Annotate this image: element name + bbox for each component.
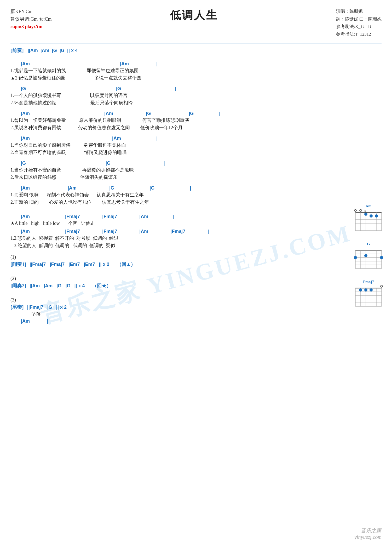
header-divider [10,43,382,43]
outro-section: (3) [尾奏] ||Fmaj7 |G || x 2 坠落 |Am | [10,296,382,324]
capo-info: capo:3 play:Am [10,23,52,31]
interlude2-num: (2) [10,275,382,282]
v1b2-chords: |G |G | [10,85,382,92]
suggested-key: 建议男调:Gm 女:Cm [10,15,52,23]
svg-point-30 [354,256,357,259]
outro-label: [尾奏] [10,304,24,311]
svg-point-17 [375,214,378,218]
interlude2-section: (2) [间奏2] ||Am |Am |G |G || x 4 （回★） [10,275,382,289]
outro-chords: ||Fmaj7 |G || x 2 [26,304,67,311]
v1b1-chords: |Am |Am | [10,61,382,67]
svg-point-31 [364,254,367,257]
v1b2-lyric2: 2.怀念是抽他抽过的烟最后只落个同病相怜 [10,99,382,107]
chorus-lyric2: 1.2.悲伤的人 紧握着 解不开的 对号锁 低调的 经过 [10,235,382,242]
intro-section: [前奏] ||Am |Am |G |G || x 4 [10,47,382,54]
fmaj7-diagram: Fmaj7 [353,280,384,308]
interlude2-label: [间奏2] [10,282,26,289]
header-right: 演唱：陈珊妮 詞：陈珊妮 曲：陈珊妮 参考刷法:X_↑↓↑↑↓ 参考指法:T_1… [336,8,382,38]
svg-point-45 [381,285,383,287]
svg-text:x: x [364,209,366,212]
v1b5-chords: |G |G | [10,160,382,167]
svg-point-46 [359,288,362,292]
header-center: 低调人生 [52,8,336,22]
v1b5-lyric1: 1.当你开始有不安的自觉再温暖的拥抱都不是滋味 [10,167,382,174]
intro-label: [前奏] [10,47,24,54]
performer: 演唱：陈珊妮 [336,8,382,15]
g-svg [353,246,384,270]
chord-diagrams: Am x [353,204,384,313]
am-svg: x [353,208,384,232]
svg-point-15 [364,213,367,216]
am-diagram: Am x [353,204,384,232]
v1b1-lyric2: ▲2.记忆是被辞彙框住的圈多说一点就失去整个圆 [10,75,382,82]
intro-chords: ||Am |Am |G |G || x 4 [26,47,78,54]
verse1-block5: |G |G | 1.当你开始有不安的自觉再温暖的拥抱都不是滋味 2.后来日以继夜… [10,160,382,181]
strum-pattern: 参考刷法:X_↑↓↑↑↓ [336,23,382,31]
svg-point-48 [370,288,373,292]
svg-point-13 [360,209,362,212]
v1b2-lyric1: 1.一个人的孤独缓慢书写以极度封闭的语言 [10,92,382,99]
v1b4-chords: |Am |Am | [10,135,382,142]
v1b4-lyric2: 2.当青春期不可言喻的雀跃悄悄又爬进你的睡眠 [10,149,382,156]
original-key: 原KEY:Cm [10,8,52,15]
verse1-block3: |Am |Am |G |G | 1.曾以为一切美好都属免费原来廉价的只剩眼泪何苦… [10,110,382,132]
svg-point-12 [354,209,356,212]
svg-point-32 [380,256,383,259]
svg-point-47 [364,288,367,292]
interlude1-num: (1) [10,254,382,261]
verse1-block6: |Am |Am |G |G | 1.而爱啊 恨啊深刻不代表心神领会认真思考关于有… [10,185,382,206]
v1b1-lyric1: 1.忧郁是一下笔就倾斜的线即便留神也难导正的氛围 [10,67,382,75]
v1b3-chords: |Am |Am |G |G | [10,110,382,117]
page: 音乐之家 YINGUEZJ.COM 原KEY:Cm 建议男调:Gm 女:Cm c… [0,0,392,548]
song-title: 低调人生 [52,8,336,22]
interlude1-row: [间奏1] ||Fmaj7 |Fmaj7 |Em7 |Em7 || x 2 （回… [10,261,382,268]
outro-num: (3) [10,296,382,304]
finger-pattern: 参考指法:T_12312 [336,31,382,38]
verse1-block4: |Am |Am | 1.当你对自己的影子感到厌倦身穿华服也不觉体面 2.当青春期… [10,135,382,156]
v1b6-lyric1: 1.而爱啊 恨啊深刻不代表心神领会认真思考关于有生之年 [10,191,382,199]
v1b6-chords: |Am |Am |G |G | [10,185,382,191]
chorus-chords2: |Am |Fmaj7 |Fmaj7 |Am |Fmaj7 | [10,228,382,235]
chorus-section: |Am |Fmaj7 |Fmaj7 |Am | ★A little high l… [10,213,382,249]
g-title: G [353,242,384,246]
svg-point-16 [370,214,373,218]
v1b6-lyric2: 2.而新的 旧的心爱的人也没有几位认真思考关于有生之年 [10,199,382,206]
v1b3-lyric1: 1.曾以为一切美好都属免费原来廉价的只剩眼泪何苦辛勤排练悲剧重演 [10,117,382,124]
outro-lyric: 坠落 [10,311,382,318]
interlude1-section: (1) [间奏1] ||Fmaj7 |Fmaj7 |Em7 |Em7 || x … [10,254,382,268]
chorus-lyric1: ★A little high little low 一个音 让他走 [10,220,382,227]
chorus-chords1: |Am |Fmaj7 |Fmaj7 |Am | [10,213,382,220]
v1b5-lyric2: 2.后来日以继夜的怨怒伴随消失的摇滚乐 [10,174,382,181]
verse1-block1: |Am |Am | 1.忧郁是一下笔就倾斜的线即便留神也难导正的氛围 ▲2.记忆… [10,61,382,82]
chorus-lyric3: 3.绝望的人 低调的 低调的 低调的 低调的 疑似 [10,242,382,249]
watermark-bottom: 音乐之家yinyuezj.com [354,527,382,540]
v1b3-lyric2: 2.虽说各种消费都有回馈劳动的价值总在虚无之间低价收购一年12个月 [10,124,382,132]
interlude2-chords: ||Am |Am |G |G || x 4 （回★） [28,283,111,289]
fmaj7-title: Fmaj7 [353,280,384,284]
g-diagram: G [353,242,384,270]
header: 原KEY:Cm 建议男调:Gm 女:Cm capo:3 play:Am 低调人生… [10,8,382,38]
interlude1-chords: ||Fmaj7 |Fmaj7 |Em7 |Em7 || x 2 （回▲） [28,261,135,268]
fmaj7-svg [353,284,384,308]
v1b4-lyric1: 1.当你对自己的影子感到厌倦身穿华服也不觉体面 [10,142,382,149]
interlude1-label: [间奏1] [10,261,26,268]
verse1-block2: |G |G | 1.一个人的孤独缓慢书写以极度封闭的语言 2.怀念是抽他抽过的烟… [10,85,382,107]
am-title: Am [353,204,384,208]
lyrics-by: 詞：陈珊妮 曲：陈珊妮 [336,15,382,23]
interlude2-row: [间奏2] ||Am |Am |G |G || x 4 （回★） [10,282,382,289]
intro-row: [前奏] ||Am |Am |G |G || x 4 [10,47,382,54]
outro-final-chord: |Am | [10,318,382,324]
header-left: 原KEY:Cm 建议男调:Gm 女:Cm capo:3 play:Am [10,8,52,30]
outro-row: [尾奏] ||Fmaj7 |G || x 2 [10,304,382,311]
